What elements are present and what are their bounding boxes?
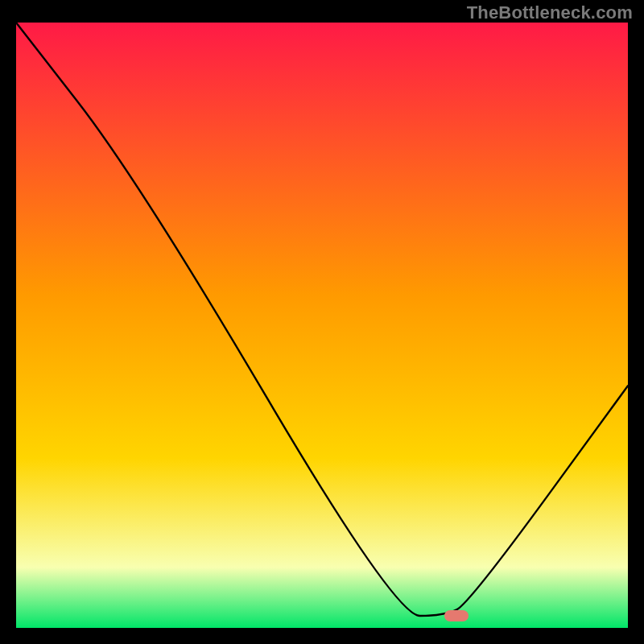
watermark-text: TheBottleneck.com (467, 2, 633, 23)
plot-area (16, 23, 628, 628)
gradient-background (16, 23, 628, 628)
plot-svg (16, 23, 628, 628)
optimal-point-marker (444, 610, 469, 621)
chart-container: TheBottleneck.com (0, 0, 644, 644)
